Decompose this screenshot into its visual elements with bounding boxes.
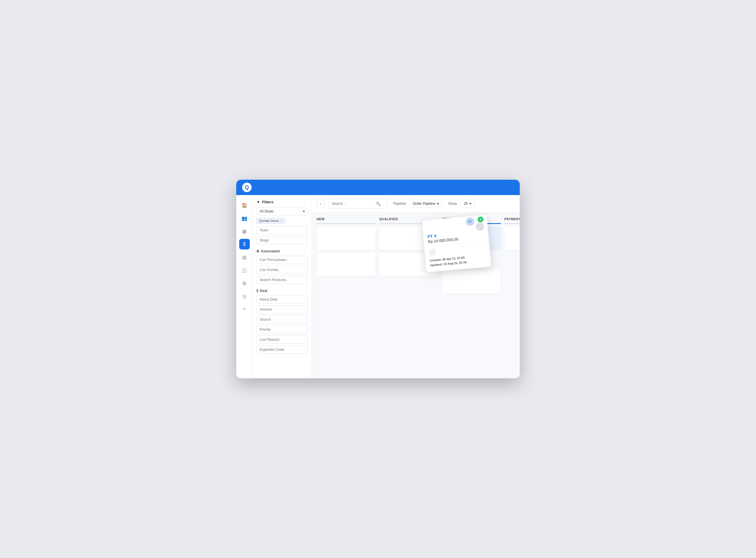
chevron-down-icon: ▾ bbox=[303, 209, 305, 213]
priority-input[interactable] bbox=[256, 325, 308, 334]
search-box[interactable]: 🔍 bbox=[328, 199, 387, 209]
deal-section-title: $ Deal bbox=[256, 289, 308, 293]
sidebar-contacts-icon[interactable]: 👥 bbox=[239, 213, 250, 224]
floating-deal-card[interactable]: ⟳ 2 PT X Rp 24.000.000,00 📄 bbox=[422, 215, 491, 273]
sidebar-home-icon[interactable]: 🏠 bbox=[239, 200, 250, 210]
filter-icon: ▼ bbox=[256, 200, 260, 204]
back-button[interactable]: ‹ bbox=[317, 200, 325, 208]
sidebar-stack-icon[interactable]: ⊞ bbox=[239, 278, 250, 288]
col-header-new: NEW bbox=[317, 217, 376, 224]
kanban-column-new: NEW bbox=[317, 217, 376, 374]
app-logo: Q bbox=[242, 183, 252, 192]
sidebar: 🏠 👥 ▦ $ ▤ ◫ ⊞ ◎ ⌖ bbox=[236, 195, 253, 378]
pipeline-label: Pipeline bbox=[394, 202, 406, 206]
show-chevron-icon: ▾ bbox=[469, 202, 471, 206]
browser-topbar: Q bbox=[236, 180, 520, 195]
lost-reason-input[interactable] bbox=[256, 335, 308, 344]
sidebar-reports-icon[interactable]: ▦ bbox=[239, 226, 250, 236]
associated-icon: ⊕ bbox=[256, 249, 259, 253]
source-input[interactable] bbox=[256, 315, 308, 324]
deal-name-input[interactable] bbox=[256, 295, 308, 304]
pipeline-select[interactable]: Order Pipeline ▾ bbox=[410, 200, 442, 207]
main-toolbar: ‹ 🔍 Pipeline Order Pipeline ▾ Show 25 ▾ bbox=[312, 195, 520, 212]
all-deals-dropdown[interactable]: All Deals ▾ bbox=[256, 207, 308, 215]
amount-input[interactable] bbox=[256, 305, 308, 313]
kanban-card[interactable] bbox=[317, 252, 376, 276]
pipeline-chevron-icon: ▾ bbox=[437, 202, 439, 206]
floating-card-meta: Created: 09 Apr 21, 07:00 Updated: 10 Au… bbox=[429, 253, 487, 268]
kanban-column-advanced: ADVANCED ⟳ 2 bbox=[442, 217, 501, 374]
contact-filter-input[interactable] bbox=[256, 266, 308, 274]
show-label: Show bbox=[448, 202, 457, 206]
product-filter-input[interactable] bbox=[256, 276, 308, 284]
stage-filter-input[interactable] bbox=[256, 236, 308, 245]
show-select[interactable]: 25 ▾ bbox=[460, 200, 474, 207]
expected-close-input[interactable] bbox=[256, 346, 308, 354]
kanban-card[interactable] bbox=[442, 270, 501, 294]
company-filter-input[interactable] bbox=[256, 256, 308, 264]
kanban-board: NEW QUALIFIED ADVANCED bbox=[312, 212, 520, 378]
main-content: ‹ 🔍 Pipeline Order Pipeline ▾ Show 25 ▾ bbox=[312, 195, 520, 378]
col-header-payment: PAYMENT IN PROCESS bbox=[504, 217, 520, 224]
team-filter-input[interactable] bbox=[256, 226, 308, 234]
search-input[interactable] bbox=[332, 202, 376, 206]
sidebar-globe-icon[interactable]: ◎ bbox=[239, 291, 250, 301]
kanban-card[interactable] bbox=[317, 226, 376, 250]
app-body: 🏠 👥 ▦ $ ▤ ◫ ⊞ ◎ ⌖ ▼ Filters All Deals ▾ … bbox=[236, 195, 520, 378]
deal-dollar-icon: $ bbox=[256, 289, 259, 293]
sidebar-deals-icon[interactable]: $ bbox=[239, 239, 250, 249]
sidebar-tag-icon[interactable]: ⌖ bbox=[239, 304, 250, 314]
filter-title: ▼ Filters bbox=[256, 200, 308, 204]
browser-window: Q 🏠 👥 ▦ $ ▤ ◫ ⊞ ◎ ⌖ ▼ Filters All Deals … bbox=[236, 180, 520, 378]
sidebar-calendar-icon[interactable]: ▤ bbox=[239, 252, 250, 262]
kanban-card-highlighted[interactable]: ⟳ 2 PT X Rp 24.000.000,00 📄 bbox=[442, 226, 501, 250]
document-icon: 📄 bbox=[429, 248, 436, 256]
associated-section-title: ⊕ Associated bbox=[256, 249, 308, 253]
deal-type-icon: ⟳ bbox=[468, 219, 472, 224]
sidebar-layers-icon[interactable]: ◫ bbox=[239, 265, 250, 276]
qontak-demo-tag[interactable]: Qontak Demo × bbox=[256, 218, 285, 224]
kanban-card[interactable] bbox=[504, 226, 520, 250]
search-icon: 🔍 bbox=[376, 202, 381, 206]
filter-panel: ▼ Filters All Deals ▾ Qontak Demo × ⊕ As… bbox=[253, 195, 312, 378]
kanban-column-payment: PAYMENT IN PROCESS bbox=[504, 217, 520, 374]
